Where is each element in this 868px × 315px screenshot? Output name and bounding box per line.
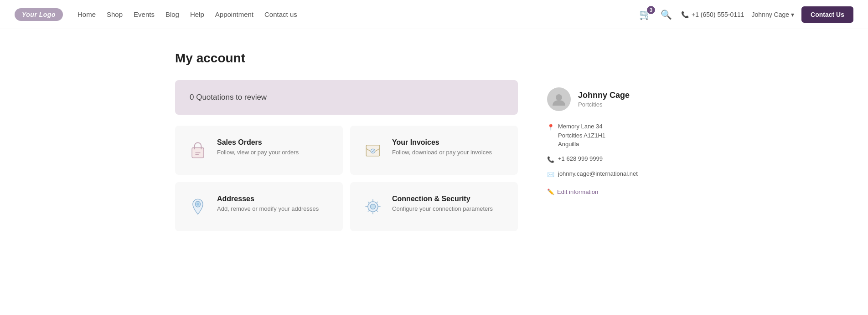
search-button[interactable]: 🔍: [659, 7, 674, 22]
avatar: [547, 87, 571, 111]
security-card[interactable]: Connection & Security Configure your con…: [350, 182, 518, 231]
location-icon: 📍: [547, 123, 554, 132]
address-text: Memory Lane 34 Portcities A1Z1H1 Anguill…: [558, 122, 605, 149]
header: Your Logo Home Shop Events Blog Help App…: [0, 0, 868, 29]
search-icon: 🔍: [661, 10, 672, 20]
invoices-card[interactable]: Your Invoices Follow, download or pay yo…: [350, 126, 518, 175]
quotations-label: 0 Quotations to review: [190, 93, 267, 102]
invoices-icon: [361, 138, 385, 162]
phone-row: 📞 +1 628 999 9999: [547, 154, 693, 164]
addresses-text: Addresses Add, remove or modify your add…: [217, 195, 319, 213]
edit-label: Edit information: [557, 188, 598, 195]
security-text: Connection & Security Configure your con…: [392, 195, 493, 213]
user-dropdown[interactable]: Johnny Cage ▾: [752, 11, 795, 18]
address-row: 📍 Memory Lane 34 Portcities A1Z1H1 Angui…: [547, 122, 693, 149]
main-nav: Home Shop Events Blog Help Appointment C…: [78, 10, 639, 18]
logo-area[interactable]: Your Logo: [15, 8, 63, 21]
sales-orders-card[interactable]: Sales Orders Follow, view or pay your or…: [175, 126, 343, 175]
nav-contact-us[interactable]: Contact us: [264, 10, 297, 18]
nav-shop[interactable]: Shop: [107, 10, 123, 18]
chevron-down-icon: ▾: [791, 11, 794, 18]
sales-orders-desc: Follow, view or pay your orders: [217, 148, 299, 157]
nav-home[interactable]: Home: [78, 10, 96, 18]
sales-orders-icon: [186, 138, 210, 162]
quotations-banner[interactable]: 0 Quotations to review: [175, 80, 518, 115]
email-icon: ✉️: [547, 170, 554, 179]
addresses-icon: [186, 195, 210, 218]
logo[interactable]: Your Logo: [15, 8, 63, 21]
sales-orders-text: Sales Orders Follow, view or pay your or…: [217, 138, 299, 157]
header-right: 🛒 3 🔍 📞 +1 (650) 555-0111 Johnny Cage ▾ …: [639, 6, 853, 23]
profile-company: Portcities: [578, 101, 630, 108]
edit-icon: ✏️: [547, 188, 554, 195]
nav-events[interactable]: Events: [134, 10, 155, 18]
nav-blog[interactable]: Blog: [165, 10, 179, 18]
svg-point-4: [196, 203, 199, 205]
cart-button[interactable]: 🛒 3: [639, 9, 651, 20]
address-line1: Memory Lane 34: [558, 122, 605, 131]
addresses-title: Addresses: [217, 195, 319, 203]
page-title: My account: [175, 51, 518, 66]
address-line2: Portcities A1Z1H1: [558, 131, 605, 140]
svg-point-15: [556, 94, 562, 101]
addresses-card[interactable]: Addresses Add, remove or modify your add…: [175, 182, 343, 231]
profile-name: Johnny Cage: [578, 91, 630, 100]
profile-info: 📍 Memory Lane 34 Portcities A1Z1H1 Angui…: [547, 122, 693, 179]
sales-orders-title: Sales Orders: [217, 138, 299, 147]
nav-appointment[interactable]: Appointment: [215, 10, 253, 18]
profile-email: johnny.cage@international.net: [558, 169, 638, 178]
phone-icon: 📞: [681, 11, 689, 18]
svg-line-14: [376, 210, 378, 212]
nav-help[interactable]: Help: [190, 10, 204, 18]
addresses-desc: Add, remove or modify your addresses: [217, 205, 319, 213]
phone-icon: 📞: [547, 155, 554, 164]
security-desc: Configure your connection parameters: [392, 205, 493, 213]
user-name: Johnny Cage: [752, 11, 790, 18]
profile-phone: +1 628 999 9999: [558, 154, 603, 163]
address-line3: Anguilla: [558, 140, 605, 149]
edit-info-link[interactable]: ✏️ Edit information: [547, 188, 693, 195]
invoices-text: Your Invoices Follow, download or pay yo…: [392, 138, 492, 157]
profile-identity: Johnny Cage Portcities: [578, 91, 630, 108]
phone-number: +1 (650) 555-0111: [692, 11, 744, 18]
main-content: My account 0 Quotations to review: [160, 29, 708, 253]
cards-grid: Sales Orders Follow, view or pay your or…: [175, 126, 518, 231]
phone-area: 📞 +1 (650) 555-0111: [681, 11, 744, 18]
cart-badge: 3: [647, 6, 655, 14]
invoices-title: Your Invoices: [392, 138, 492, 147]
svg-line-13: [368, 210, 370, 212]
profile-sidebar: Johnny Cage Portcities 📍 Memory Lane 34 …: [547, 51, 693, 231]
svg-line-11: [368, 202, 370, 203]
account-section: My account 0 Quotations to review: [175, 51, 518, 231]
security-title: Connection & Security: [392, 195, 493, 203]
profile-header: Johnny Cage Portcities: [547, 87, 693, 111]
contact-us-button[interactable]: Contact Us: [801, 6, 853, 23]
svg-point-6: [370, 204, 375, 209]
invoices-desc: Follow, download or pay your invoices: [392, 148, 492, 157]
svg-line-12: [376, 202, 378, 203]
email-row: ✉️ johnny.cage@international.net: [547, 169, 693, 179]
security-icon: [361, 195, 385, 218]
